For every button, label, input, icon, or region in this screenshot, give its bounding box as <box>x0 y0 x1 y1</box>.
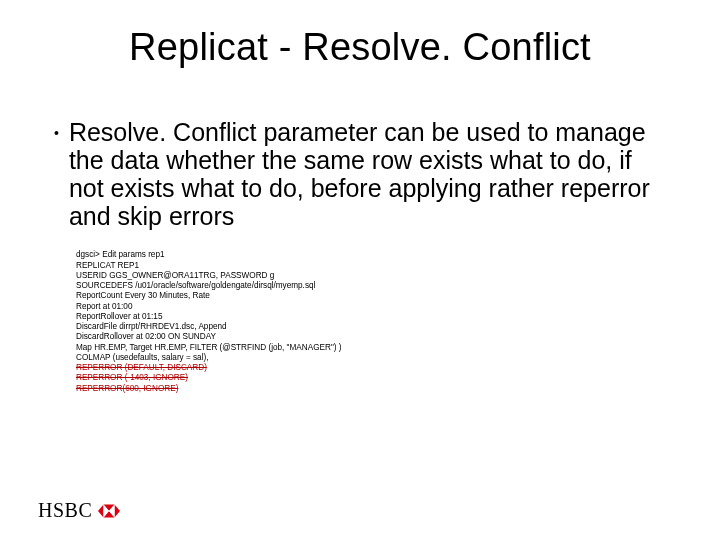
bullet-item: • Resolve. Conflict parameter can be use… <box>54 118 666 230</box>
code-line-strike: REPERROR(600, IGNORE) <box>76 384 178 393</box>
slide-title: Replicat - Resolve. Conflict <box>0 26 720 69</box>
code-block: dgsci> Edit params rep1 REPLICAT REP1 US… <box>76 240 666 404</box>
code-line: Report at 01:00 <box>76 302 132 311</box>
hsbc-logo-text: HSBC <box>38 499 92 522</box>
slide-body: • Resolve. Conflict parameter can be use… <box>54 118 666 404</box>
slide: Replicat - Resolve. Conflict • Resolve. … <box>0 0 720 540</box>
code-line: REPLICAT REP1 <box>76 261 139 270</box>
code-line: ReportRollover at 01:15 <box>76 312 162 321</box>
code-line: DiscardRollover at 02:00 ON SUNDAY <box>76 332 216 341</box>
code-line: COLMAP (usedefaults, salary = sal), <box>76 353 209 362</box>
hsbc-hex-icon <box>98 500 120 522</box>
code-line: dgsci> Edit params rep1 <box>76 250 165 259</box>
svg-marker-2 <box>115 504 121 517</box>
code-line-strike: REPERROR (-1403, IGNORE) <box>76 373 188 382</box>
bullet-dot: • <box>54 118 59 142</box>
code-line: USERID GGS_OWNER@ORA11TRG, PASSWORD g <box>76 271 274 280</box>
code-line: SOURCEDEFS /u01/oracle/software/goldenga… <box>76 281 315 290</box>
code-line: Map HR.EMP, Target HR.EMP, FILTER (@STRF… <box>76 343 342 352</box>
code-line: DiscardFile dirrpt/RHRDEV1.dsc, Append <box>76 322 227 331</box>
code-line-strike: REPERROR (DEFAULT, DISCARD) <box>76 363 207 372</box>
code-line: ReportCount Every 30 Minutes, Rate <box>76 291 210 300</box>
bullet-text: Resolve. Conflict parameter can be used … <box>69 118 666 230</box>
svg-marker-1 <box>98 504 104 517</box>
hsbc-logo: HSBC <box>38 499 120 522</box>
